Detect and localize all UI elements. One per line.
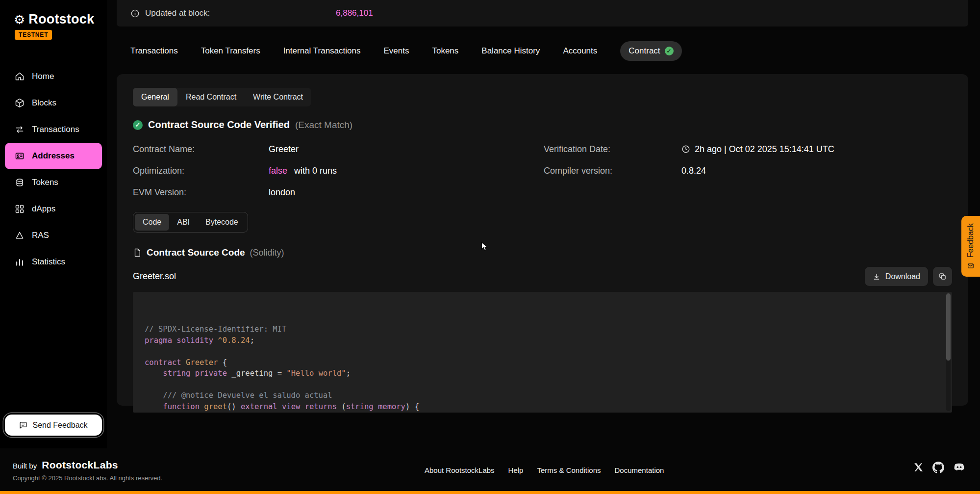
field-contract-name: Contract Name: Greeter	[133, 138, 544, 160]
brand-logo[interactable]: ⚙ Rootstock	[0, 0, 107, 27]
block-number-link[interactable]: 6,886,101	[336, 8, 373, 18]
sidebar-nav: Home Blocks Transactions Addresses	[0, 63, 107, 275]
code-line: /// @notice Devuelve el saludo actual	[145, 390, 940, 401]
mail-icon	[967, 262, 974, 269]
verification-date-label: Verification Date:	[544, 144, 681, 155]
tab-balance-history[interactable]: Balance History	[481, 46, 540, 56]
bar-chart-icon	[15, 257, 25, 267]
rootstocklabs-wordmark[interactable]: RootstockLabs	[42, 459, 118, 471]
fields-left-column: Contract Name: Greeter Optimization: fal…	[133, 138, 544, 203]
sidebar-item-addresses[interactable]: Addresses	[5, 143, 102, 169]
code-view-switcher: Code ABI Bytecode	[133, 212, 248, 233]
compiler-version-value: 0.8.24	[681, 166, 706, 176]
evm-version-value: london	[269, 187, 295, 198]
tab-events[interactable]: Events	[383, 46, 409, 56]
rootstock-gear-icon: ⚙	[14, 13, 25, 26]
code-line	[145, 346, 940, 357]
tab-token-transfers[interactable]: Token Transfers	[201, 46, 260, 56]
contract-subtabs: General Read Contract Write Contract	[133, 88, 311, 106]
testnet-badge: TESTNET	[15, 30, 52, 40]
footer-link-about[interactable]: About RootstockLabs	[425, 466, 495, 474]
sidebar-item-home[interactable]: Home	[0, 63, 107, 90]
id-card-icon	[15, 151, 25, 161]
page: ⚙ Rootstock TESTNET Home Blocks T	[0, 0, 980, 494]
verification-date-value: 2h ago | Oct 02 2025 15:14:41 UTC	[681, 144, 834, 155]
source-code-viewer[interactable]: // SPDX-License-Identifier: MITpragma so…	[133, 292, 952, 413]
contract-card: General Read Contract Write Contract ✓ C…	[117, 74, 968, 406]
source-code-language: (Solidity)	[250, 248, 284, 258]
sidebar-item-dapps[interactable]: dApps	[0, 196, 107, 222]
optimization-false: false	[269, 166, 287, 176]
feedback-side-tab[interactable]: Feedback	[961, 216, 980, 277]
download-button[interactable]: Download	[865, 267, 928, 286]
built-by-row: Built by RootstockLabs	[13, 459, 162, 471]
tab-accounts[interactable]: Accounts	[563, 46, 597, 56]
verification-date-text: 2h ago | Oct 02 2025 15:14:41 UTC	[695, 144, 834, 155]
sidebar-item-statistics[interactable]: Statistics	[0, 249, 107, 275]
verified-check-icon: ✓	[665, 47, 674, 55]
info-icon	[130, 9, 140, 18]
footer-brand: Built by RootstockLabs Copyright © 2025 …	[13, 459, 162, 482]
evm-version-label: EVM Version:	[133, 187, 269, 198]
code-tab-bytecode[interactable]: Bytecode	[198, 214, 246, 231]
sidebar-item-tokens[interactable]: Tokens	[0, 169, 107, 196]
source-file-actions: Download	[865, 267, 952, 286]
discord-icon[interactable]	[953, 461, 965, 473]
github-icon[interactable]	[932, 462, 944, 473]
check-circle-icon: ✓	[133, 120, 143, 130]
field-evm-version: EVM Version: london	[133, 182, 544, 203]
sidebar-item-label: Home	[32, 72, 54, 81]
sidebar-item-label: Blocks	[32, 98, 56, 108]
subtab-write-contract[interactable]: Write Contract	[245, 88, 311, 106]
tab-contract[interactable]: Contract ✓	[620, 41, 681, 61]
coins-icon	[15, 178, 25, 187]
brand-name: Rootstock	[28, 12, 94, 27]
sidebar-item-label: Tokens	[32, 178, 58, 187]
x-twitter-icon[interactable]	[913, 462, 924, 472]
grid-icon	[15, 204, 25, 214]
subtab-general[interactable]: General	[133, 88, 177, 106]
sidebar-item-label: Addresses	[32, 151, 75, 161]
optimization-value: false with 0 runs	[269, 166, 337, 176]
swap-arrows-icon	[15, 125, 25, 134]
field-compiler-version: Compiler version: 0.8.24	[544, 160, 952, 182]
clock-icon	[681, 145, 690, 154]
sidebar: ⚙ Rootstock TESTNET Home Blocks T	[0, 0, 107, 448]
tab-internal-transactions[interactable]: Internal Transactions	[283, 46, 361, 56]
triangle-icon	[15, 231, 25, 240]
sidebar-item-label: RAS	[32, 231, 49, 240]
code-tab-abi[interactable]: ABI	[169, 214, 198, 231]
tab-tokens[interactable]: Tokens	[432, 46, 458, 56]
footer-link-documentation[interactable]: Documentation	[615, 466, 664, 474]
code-scrollbar[interactable]	[946, 293, 951, 411]
updated-at-block-label: Updated at block:	[145, 8, 210, 18]
copyright-text: Copyright © 2025 RootstockLabs. All righ…	[13, 474, 162, 482]
feedback-tab-label: Feedback	[966, 223, 975, 258]
tab-transactions[interactable]: Transactions	[130, 46, 178, 56]
home-icon	[15, 72, 25, 81]
address-tabs: Transactions Token Transfers Internal Tr…	[117, 41, 968, 61]
sidebar-item-transactions[interactable]: Transactions	[0, 116, 107, 143]
contract-fields: Contract Name: Greeter Optimization: fal…	[133, 138, 952, 203]
main-content: Updated at block: 6,886,101 Transactions…	[107, 0, 980, 448]
send-feedback-label: Send Feedback	[32, 421, 87, 430]
code-content: // SPDX-License-Identifier: MITpragma so…	[145, 324, 940, 413]
bottom-accent-bar	[0, 491, 980, 494]
footer-link-terms[interactable]: Terms & Conditions	[537, 466, 601, 474]
code-tab-code[interactable]: Code	[135, 214, 169, 231]
contract-name-label: Contract Name:	[133, 144, 269, 155]
verified-title: Contract Source Code Verified	[148, 119, 290, 130]
cube-icon	[15, 98, 25, 108]
compiler-version-label: Compiler version:	[544, 166, 681, 176]
copy-source-button[interactable]	[933, 267, 952, 286]
sidebar-item-ras[interactable]: RAS	[0, 222, 107, 249]
code-line	[145, 379, 940, 390]
code-line: string private _greeting = "Hello world"…	[145, 368, 940, 379]
subtab-read-contract[interactable]: Read Contract	[177, 88, 245, 106]
optimization-runs: with 0 runs	[292, 166, 337, 176]
sidebar-item-blocks[interactable]: Blocks	[0, 90, 107, 116]
footer-link-help[interactable]: Help	[508, 466, 524, 474]
code-scrollbar-thumb[interactable]	[946, 293, 951, 361]
source-code-title: Contract Source Code	[147, 247, 245, 258]
send-feedback-button[interactable]: Send Feedback	[5, 415, 102, 436]
